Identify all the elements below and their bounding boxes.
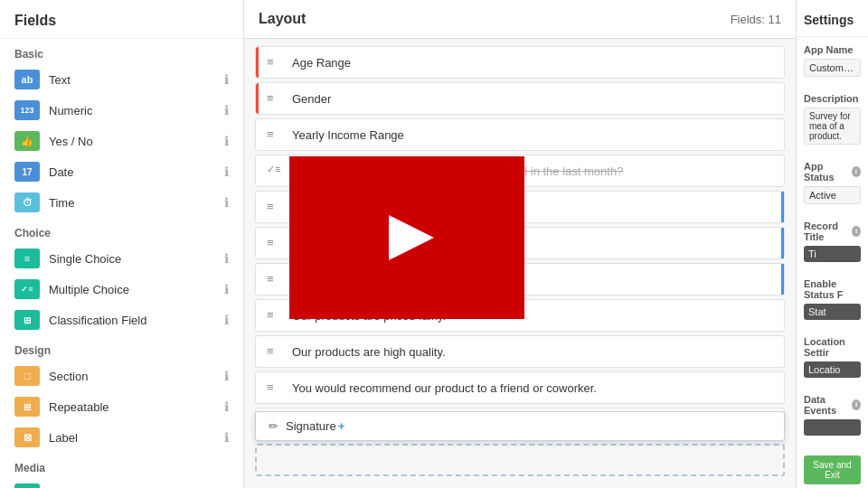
section-info-icon[interactable]: ℹ (224, 369, 229, 383)
repeatable-info-icon[interactable]: ℹ (224, 399, 229, 414)
field-yesno-label: Yes / No (49, 135, 224, 148)
app-status-info-icon[interactable]: i (852, 166, 861, 177)
video-overlay[interactable] (289, 156, 524, 319)
repeatable-icon: ⊞ (14, 397, 40, 417)
signature-plus-icon: + (338, 419, 345, 433)
settings-panel: Settings App Name Customer Sati Descript… (796, 0, 868, 488)
high-quality-text: Our products are high quality. (292, 345, 446, 359)
signature-tooltip: ✏ Signature + (255, 411, 785, 441)
field-repeatable[interactable]: ⊞ Repeatable ℹ (0, 391, 243, 422)
classification-info-icon[interactable]: ℹ (224, 313, 229, 327)
yearly-income-icon: ≡ (267, 127, 283, 142)
priced-fairly-icon: ≡ (267, 308, 283, 323)
description-value[interactable]: Survey for mea of a product. (804, 108, 861, 145)
signature-icon: ✏ (14, 483, 40, 488)
date-info-icon[interactable]: ℹ (224, 164, 229, 179)
time-info-icon[interactable]: ℹ (224, 195, 229, 210)
recommend-text: You would recommend our product to a fri… (292, 381, 597, 395)
app-name-value[interactable]: Customer Sati (804, 59, 861, 77)
field-section[interactable]: □ Section ℹ (0, 361, 243, 391)
multiple-choice-info-icon[interactable]: ℹ (224, 282, 229, 296)
section-choice: Choice (0, 218, 243, 243)
high-quality-icon: ≡ (267, 344, 283, 359)
field-label[interactable]: ⊠ Label ℹ (0, 422, 243, 453)
signature-tooltip-icon: ✏ (269, 419, 278, 433)
product-a-icon: ≡ (267, 200, 283, 214)
fields-count: Fields: 11 (731, 13, 781, 26)
field-date[interactable]: 17 Date ℹ (0, 156, 243, 187)
app-name-group: App Name Customer Sati (797, 37, 868, 86)
label-info-icon[interactable]: ℹ (224, 430, 229, 445)
multiple-choice-icon: ✓≡ (14, 279, 40, 299)
field-signature[interactable]: ✏ Signature ℹ (0, 478, 243, 488)
enable-status-group: Enable Status F Stat (797, 271, 868, 329)
data-events-value[interactable] (804, 419, 861, 436)
text-info-icon[interactable]: ℹ (224, 72, 229, 87)
products-purchased-icon: ✓≡ (267, 164, 283, 178)
time-icon: ⏱ (14, 192, 40, 212)
layout-header: Layout Fields: 11 (244, 0, 796, 39)
age-range-icon: ≡ (267, 55, 283, 70)
data-events-info-icon[interactable]: i (852, 399, 861, 410)
signature-tooltip-text: Signature (286, 419, 336, 433)
record-title-info-icon[interactable]: i (852, 226, 861, 237)
save-exit-button[interactable]: Save and Exit (804, 455, 861, 484)
save-button-group: Save and Exit (797, 445, 868, 488)
single-choice-info-icon[interactable]: ℹ (224, 251, 229, 266)
app-status-group: App Status i Active (797, 154, 868, 213)
layout-item-high-quality[interactable]: ≡ Our products are high quality. (255, 335, 785, 368)
section-basic: Basic (0, 39, 243, 64)
numeric-icon: 123 (14, 100, 40, 120)
location-settings-group: Location Settir Locatio (797, 329, 868, 387)
layout-content: ≡ Age Range ≡ Gender ≡ Yearly Income Ran… (244, 39, 796, 488)
field-date-label: Date (49, 165, 224, 179)
section-design: Design (0, 335, 243, 361)
field-time[interactable]: ⏱ Time ℹ (0, 187, 243, 218)
section-media: Media (0, 453, 243, 478)
record-title-value[interactable]: Ti (804, 246, 861, 262)
field-numeric-label: Numeric (49, 104, 224, 117)
play-button[interactable] (389, 215, 434, 260)
gender-text: Gender (292, 92, 331, 106)
field-classification[interactable]: ⊞ Classification Field ℹ (0, 305, 243, 335)
field-time-label: Time (49, 196, 224, 210)
fields-title: Fields (0, 0, 243, 39)
layout-panel: Layout Fields: 11 ≡ Age Range ≡ Gender ≡… (244, 0, 796, 488)
yesno-info-icon[interactable]: ℹ (224, 134, 229, 148)
field-yesno[interactable]: 👍 Yes / No ℹ (0, 126, 243, 156)
field-multiple-choice-label: Multiple Choice (49, 283, 224, 296)
numeric-info-icon[interactable]: ℹ (224, 103, 229, 117)
field-section-label: Section (49, 370, 224, 383)
layout-item-recommend[interactable]: ≡ You would recommend our product to a f… (255, 371, 785, 404)
field-single-choice[interactable]: ≡ Single Choice ℹ (0, 243, 243, 274)
yesno-icon: 👍 (14, 131, 40, 151)
field-multiple-choice[interactable]: ✓≡ Multiple Choice ℹ (0, 274, 243, 305)
location-settings-label: Location Settir (804, 336, 861, 358)
text-icon: ab (14, 70, 40, 89)
app-status-label: App Status i (804, 161, 861, 183)
field-text[interactable]: ab Text ℹ (0, 64, 243, 95)
enable-status-value[interactable]: Stat (804, 304, 861, 320)
date-icon: 17 (14, 162, 40, 182)
field-single-choice-label: Single Choice (49, 252, 224, 266)
product-c-icon: ≡ (267, 272, 283, 286)
drop-zone[interactable] (255, 444, 785, 476)
data-events-group: Data Events i (797, 387, 868, 445)
app-status-value[interactable]: Active (804, 186, 861, 204)
layout-title: Layout (259, 11, 306, 27)
recommend-icon: ≡ (267, 380, 283, 395)
fields-panel: Fields Basic ab Text ℹ 123 Numeric ℹ 👍 Y… (0, 0, 244, 488)
classification-icon: ⊞ (14, 310, 40, 330)
product-b-icon: ≡ (267, 236, 283, 250)
gender-icon: ≡ (267, 91, 283, 106)
layout-item-yearly-income[interactable]: ≡ Yearly Income Range (255, 118, 785, 151)
description-group: Description Survey for mea of a product. (797, 86, 868, 154)
location-settings-value[interactable]: Locatio (804, 361, 861, 378)
field-text-label: Text (49, 73, 224, 87)
field-repeatable-label: Repeatable (49, 400, 224, 414)
record-title-group: Record Title i Ti (797, 213, 868, 271)
layout-item-gender[interactable]: ≡ Gender (255, 82, 785, 115)
single-choice-icon: ≡ (14, 249, 40, 268)
layout-item-age-range[interactable]: ≡ Age Range (255, 46, 785, 79)
field-numeric[interactable]: 123 Numeric ℹ (0, 95, 243, 126)
